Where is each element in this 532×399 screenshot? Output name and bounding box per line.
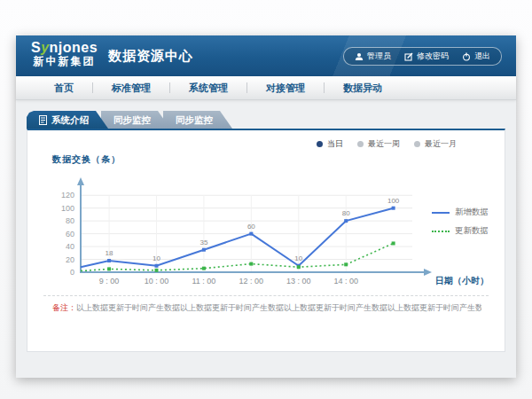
dashed-divider: [43, 295, 489, 296]
legend-item-updated-data: 更新数据: [432, 225, 489, 237]
legend-item-new-data: 新增数据: [432, 207, 489, 218]
svg-text:120: 120: [61, 191, 74, 200]
tab-label: 同步监控: [176, 111, 213, 129]
logo-rest: njones: [50, 40, 98, 55]
svg-text:80: 80: [342, 209, 350, 217]
nav-item-system-mgmt[interactable]: 系统管理: [170, 82, 247, 93]
svg-text:80: 80: [66, 216, 74, 225]
radio-last-week[interactable]: 最近一周: [357, 138, 400, 150]
document-icon: [39, 115, 47, 125]
nav-item-home[interactable]: 首页: [35, 82, 93, 93]
nav-item-interface-mgmt[interactable]: 对接管理: [247, 82, 325, 93]
svg-text:20: 20: [66, 255, 74, 264]
logo-cn-text: 新中新集团: [31, 56, 98, 67]
content-panel: 当日 最近一周 最近一月 数据交换（条） 0204060801001209 : …: [27, 129, 505, 352]
radio-last-month[interactable]: 最近一月: [414, 138, 457, 150]
nav-item-data-change[interactable]: 数据异动: [325, 82, 401, 93]
power-icon: [462, 52, 471, 61]
line-chart: 0204060801001209 : 0010 : 0011 : 0012 : …: [40, 168, 492, 290]
logo-en-text: Synjones: [31, 40, 98, 56]
user-icon: [355, 52, 364, 61]
legend-label: 新增数据: [455, 207, 489, 218]
svg-text:60: 60: [66, 230, 74, 239]
tab-label: 同步监控: [113, 111, 151, 129]
radio-dot-icon: [414, 141, 420, 147]
svg-text:11 : 00: 11 : 00: [192, 277, 215, 286]
svg-text:10: 10: [294, 254, 302, 262]
synjones-logo: Synjones 新中新集团: [31, 40, 98, 67]
svg-text:13 : 00: 13 : 00: [286, 277, 311, 286]
legend-dotted-line-icon: [432, 231, 450, 232]
user-toolbar: 管理员 修改密码 退出: [343, 47, 502, 66]
svg-text:100: 100: [61, 204, 74, 213]
radio-label: 最近一月: [425, 138, 457, 150]
page-title: 数据资源中心: [108, 48, 193, 65]
svg-text:40: 40: [66, 242, 74, 251]
radio-dot-selected-icon: [317, 141, 323, 147]
radio-label: 当日: [327, 138, 343, 150]
radio-label: 最近一周: [368, 138, 400, 150]
chart-area: 0204060801001209 : 0010 : 0011 : 0012 : …: [40, 168, 492, 293]
y-axis-title: 数据交换（条）: [52, 153, 492, 166]
svg-text:60: 60: [247, 223, 255, 231]
footnote-prefix: 备注：: [52, 303, 76, 312]
logo-s: S: [31, 40, 41, 55]
svg-text:14 : 00: 14 : 00: [333, 277, 358, 286]
svg-text:12 : 00: 12 : 00: [239, 277, 264, 286]
svg-text:9 : 00: 9 : 00: [99, 277, 120, 286]
tab-sync-monitor-2[interactable]: 同步监控: [163, 111, 232, 129]
radio-today[interactable]: 当日: [317, 138, 343, 150]
svg-text:10: 10: [153, 254, 160, 262]
app-header: Synjones 新中新集团 数据资源中心 管理员 修改密码 退出: [16, 35, 516, 76]
change-password-button[interactable]: 修改密码: [404, 51, 449, 62]
svg-text:10 : 00: 10 : 00: [145, 277, 169, 286]
svg-text:日期（小时）: 日期（小时）: [435, 276, 489, 286]
chart-legend: 新增数据 更新数据: [432, 207, 489, 237]
tab-system-intro[interactable]: 系统介绍: [27, 111, 108, 129]
date-range-filter: 当日 最近一周 最近一月: [40, 130, 492, 150]
svg-text:100: 100: [387, 197, 400, 205]
svg-text:35: 35: [200, 239, 207, 246]
svg-text:0: 0: [70, 268, 74, 277]
user-label: 管理员: [367, 51, 391, 62]
footnote: 备注：以上数据更新于时间产生数据以上数据更新于时间产生数据以上数据更新于时间产生…: [52, 302, 481, 314]
current-user-button[interactable]: 管理员: [355, 51, 391, 62]
logo-lightning-y: y: [41, 40, 49, 55]
app-window: Synjones 新中新集团 数据资源中心 管理员 修改密码 退出: [16, 35, 516, 378]
tab-label: 系统介绍: [51, 111, 89, 129]
main-nav: 首页 标准管理 系统管理 对接管理 数据异动: [16, 76, 516, 100]
legend-solid-line-icon: [432, 212, 450, 214]
legend-label: 更新数据: [455, 225, 489, 237]
svg-text:18: 18: [106, 249, 113, 257]
nav-item-standard-mgmt[interactable]: 标准管理: [93, 82, 170, 93]
tab-bar: 系统介绍 同步监控 同步监控: [27, 111, 505, 129]
radio-dot-icon: [357, 141, 364, 147]
footnote-text: 以上数据更新于时间产生数据以上数据更新于时间产生数据以上数据更新于时间产生数据以…: [76, 303, 481, 312]
change-password-label: 修改密码: [417, 51, 449, 62]
logout-label: 退出: [474, 51, 490, 62]
edit-icon: [404, 52, 413, 61]
logout-button[interactable]: 退出: [462, 51, 490, 62]
tab-sync-monitor-1[interactable]: 同步监控: [101, 111, 170, 129]
